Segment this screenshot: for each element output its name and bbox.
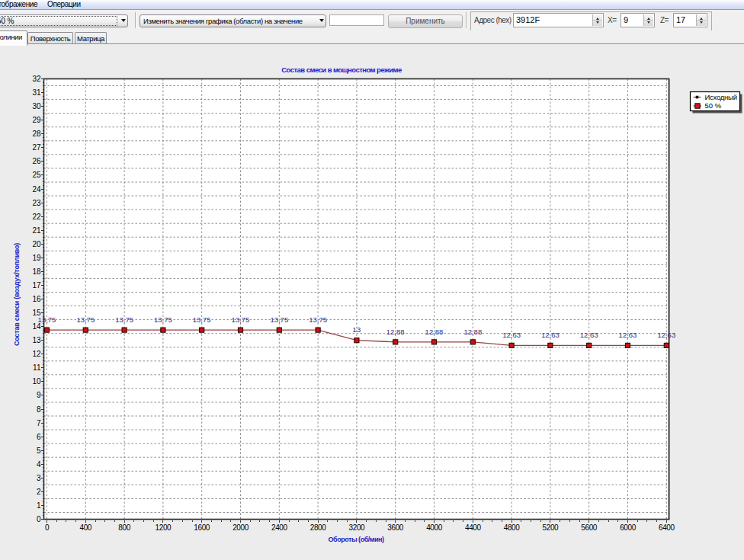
svg-text:6400: 6400 bbox=[659, 523, 675, 532]
svg-text:31: 31 bbox=[32, 88, 41, 97]
svg-text:9: 9 bbox=[37, 391, 41, 399]
svg-text:Обороты (об/мин): Обороты (об/мин) bbox=[329, 536, 384, 543]
svg-text:32: 32 bbox=[32, 75, 41, 83]
svg-text:50 %: 50 % bbox=[705, 101, 722, 110]
svg-text:4800: 4800 bbox=[504, 523, 520, 532]
svg-text:25: 25 bbox=[32, 171, 41, 179]
svg-text:3200: 3200 bbox=[349, 523, 365, 532]
svg-text:26: 26 bbox=[32, 157, 41, 165]
svg-text:13,75: 13,75 bbox=[154, 315, 172, 324]
svg-text:19: 19 bbox=[32, 254, 41, 262]
svg-text:3: 3 bbox=[37, 474, 41, 482]
svg-text:23: 23 bbox=[32, 199, 41, 207]
svg-text:13: 13 bbox=[32, 336, 41, 344]
svg-text:12,63: 12,63 bbox=[541, 331, 560, 339]
svg-text:8: 8 bbox=[37, 405, 41, 414]
svg-text:12,88: 12,88 bbox=[425, 328, 444, 336]
svg-text:6000: 6000 bbox=[620, 523, 636, 532]
svg-text:1600: 1600 bbox=[194, 523, 210, 532]
svg-text:20: 20 bbox=[32, 240, 41, 248]
svg-text:4400: 4400 bbox=[465, 523, 481, 532]
svg-text:2: 2 bbox=[37, 488, 41, 496]
svg-text:800: 800 bbox=[118, 523, 130, 532]
svg-text:400: 400 bbox=[80, 523, 92, 532]
svg-text:22: 22 bbox=[32, 213, 41, 221]
svg-text:13,75: 13,75 bbox=[232, 315, 250, 324]
svg-text:13,75: 13,75 bbox=[38, 315, 56, 324]
svg-text:Состав смеси (воздух/топливо): Состав смеси (воздух/топливо) bbox=[13, 243, 21, 346]
svg-text:13,75: 13,75 bbox=[76, 315, 95, 324]
svg-text:10: 10 bbox=[32, 377, 41, 386]
svg-text:12,63: 12,63 bbox=[619, 331, 637, 339]
svg-text:13,75: 13,75 bbox=[309, 315, 327, 324]
svg-text:Состав смеси в мощностном режи: Состав смеси в мощностном режиме bbox=[281, 66, 402, 74]
svg-text:16: 16 bbox=[32, 295, 41, 303]
svg-text:Исходный: Исходный bbox=[705, 93, 737, 101]
svg-text:28: 28 bbox=[32, 130, 41, 138]
svg-text:12,63: 12,63 bbox=[580, 331, 598, 339]
svg-text:12,88: 12,88 bbox=[386, 328, 405, 336]
svg-text:4000: 4000 bbox=[426, 523, 442, 532]
svg-text:5600: 5600 bbox=[581, 523, 597, 532]
svg-text:21: 21 bbox=[32, 226, 41, 235]
svg-text:7: 7 bbox=[37, 419, 41, 427]
svg-text:17: 17 bbox=[32, 281, 41, 290]
svg-text:2400: 2400 bbox=[271, 523, 287, 532]
svg-text:12,63: 12,63 bbox=[657, 331, 675, 339]
svg-text:13,75: 13,75 bbox=[193, 315, 211, 324]
svg-text:13,75: 13,75 bbox=[270, 315, 288, 324]
svg-text:0: 0 bbox=[37, 515, 41, 523]
svg-text:5200: 5200 bbox=[543, 523, 559, 532]
svg-text:1200: 1200 bbox=[156, 523, 172, 532]
svg-text:4: 4 bbox=[37, 460, 41, 469]
svg-text:30: 30 bbox=[32, 102, 41, 110]
svg-text:6: 6 bbox=[37, 433, 41, 441]
svg-text:11: 11 bbox=[33, 363, 41, 372]
svg-text:24: 24 bbox=[32, 185, 41, 194]
svg-text:13,75: 13,75 bbox=[115, 315, 133, 324]
svg-text:1: 1 bbox=[37, 501, 41, 510]
svg-text:29: 29 bbox=[32, 116, 41, 124]
svg-text:12: 12 bbox=[32, 350, 41, 358]
svg-text:2000: 2000 bbox=[232, 523, 249, 532]
svg-text:13: 13 bbox=[353, 325, 361, 334]
svg-text:2800: 2800 bbox=[310, 523, 326, 532]
svg-text:12,88: 12,88 bbox=[463, 328, 482, 336]
svg-text:18: 18 bbox=[32, 267, 41, 276]
svg-text:12,63: 12,63 bbox=[502, 331, 521, 339]
svg-text:5: 5 bbox=[37, 446, 41, 455]
svg-text:0: 0 bbox=[45, 523, 50, 532]
svg-text:27: 27 bbox=[32, 143, 41, 152]
svg-text:3600: 3600 bbox=[387, 523, 403, 532]
